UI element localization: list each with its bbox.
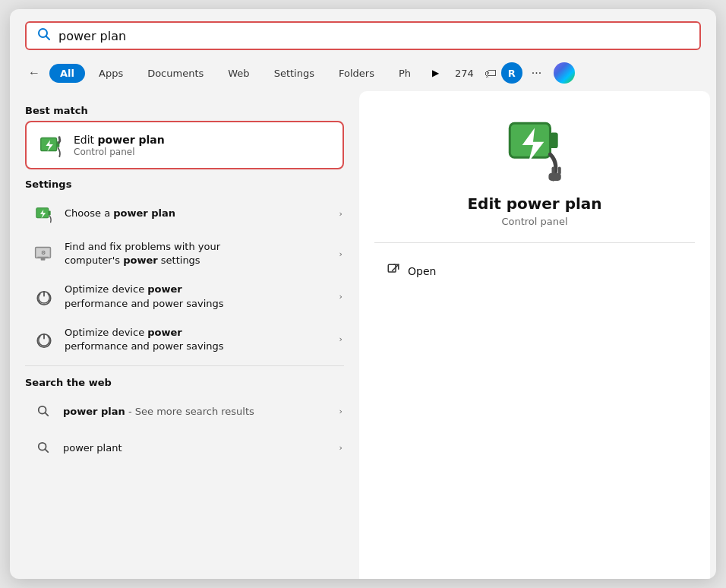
search-window: power plan ← All Apps Documents Web Sett… bbox=[10, 9, 716, 579]
best-match-title: Edit power plan bbox=[74, 134, 165, 146]
settings-item-optimize2[interactable]: Optimize device powerperformance and pow… bbox=[25, 318, 350, 361]
back-button[interactable]: ← bbox=[22, 61, 46, 85]
best-match-text: Edit power plan Control panel bbox=[74, 134, 165, 157]
web-item-power-plant-text: power plant bbox=[63, 442, 330, 454]
tab-documents[interactable]: Documents bbox=[137, 64, 214, 83]
svg-rect-27 bbox=[552, 167, 555, 175]
chevron-icon: › bbox=[339, 209, 342, 219]
svg-rect-12 bbox=[41, 258, 46, 261]
search-input[interactable]: power plan bbox=[58, 29, 689, 43]
tab-apps[interactable]: Apps bbox=[88, 64, 134, 83]
right-panel-subtitle: Control panel bbox=[501, 216, 567, 227]
divider bbox=[25, 365, 344, 366]
power-circle-icon-2 bbox=[33, 328, 55, 351]
best-match-item[interactable]: Edit power plan Control panel bbox=[25, 121, 344, 169]
chevron-icon-3: › bbox=[339, 292, 342, 302]
tab-settings[interactable]: Settings bbox=[264, 64, 325, 83]
web-search-icon-1 bbox=[33, 400, 54, 422]
chevron-icon-5: › bbox=[339, 406, 342, 416]
open-button[interactable]: Open bbox=[374, 255, 695, 287]
tab-row: ← All Apps Documents Web Settings Folder… bbox=[10, 58, 716, 91]
troubleshoot-icon: ⚙ bbox=[33, 242, 55, 265]
main-body: Best match bbox=[10, 91, 716, 579]
web-item-power-plan[interactable]: power plan - See more search results › bbox=[25, 393, 350, 429]
chevron-icon-2: › bbox=[339, 249, 342, 259]
svg-line-22 bbox=[45, 449, 48, 452]
svg-rect-24 bbox=[550, 133, 557, 148]
svg-rect-6 bbox=[58, 136, 61, 141]
right-icon-area bbox=[504, 114, 565, 185]
settings-item-choose-power[interactable]: Choose a power plan › bbox=[25, 194, 350, 232]
tab-all[interactable]: All bbox=[49, 64, 85, 83]
user-avatar[interactable]: R bbox=[501, 62, 522, 84]
search-icon bbox=[37, 27, 51, 44]
right-panel: Edit power plan Control panel Open bbox=[359, 91, 710, 579]
chevron-icon-6: › bbox=[339, 443, 342, 453]
search-bar-row: power plan bbox=[10, 9, 716, 58]
tab-ph[interactable]: Ph bbox=[388, 64, 421, 83]
svg-line-1 bbox=[46, 36, 50, 40]
settings-item-optimize2-text: Optimize device powerperformance and pow… bbox=[65, 326, 330, 353]
svg-line-20 bbox=[45, 413, 48, 416]
result-count: 274 bbox=[449, 64, 480, 83]
best-match-icon bbox=[37, 131, 65, 159]
more-button[interactable]: ··· bbox=[526, 63, 548, 83]
settings-item-find-fix-text: Find and fix problems with yourcomputer'… bbox=[65, 240, 330, 267]
best-match-label: Best match bbox=[25, 99, 359, 121]
svg-rect-28 bbox=[558, 167, 561, 175]
settings-item-optimize1-text: Optimize device powerperformance and pow… bbox=[65, 283, 330, 310]
power-plug-icon bbox=[33, 202, 55, 225]
right-panel-title: Edit power plan bbox=[467, 194, 601, 213]
settings-item-optimize1[interactable]: Optimize device powerperformance and pow… bbox=[25, 275, 350, 318]
web-item-power-plant[interactable]: power plant › bbox=[25, 429, 350, 466]
settings-label: Settings bbox=[25, 172, 359, 194]
left-panel: Best match bbox=[10, 91, 359, 579]
open-button-label: Open bbox=[408, 265, 436, 277]
play-button[interactable]: ▶ bbox=[425, 62, 446, 84]
svg-rect-8 bbox=[49, 210, 51, 215]
svg-text:⚙: ⚙ bbox=[41, 250, 46, 257]
settings-item-find-fix[interactable]: ⚙ Find and fix problems with yourcompute… bbox=[25, 232, 350, 275]
web-search-icon-2 bbox=[33, 437, 54, 458]
search-box[interactable]: power plan bbox=[25, 21, 701, 50]
settings-item-choose-power-text: Choose a power plan bbox=[65, 207, 330, 220]
open-icon bbox=[387, 263, 400, 280]
best-match-subtitle: Control panel bbox=[74, 147, 165, 157]
badge-icon: 🏷 bbox=[485, 66, 497, 81]
web-item-power-plan-text: power plan - See more search results bbox=[63, 406, 330, 417]
spark-icon[interactable] bbox=[554, 62, 575, 84]
tab-web[interactable]: Web bbox=[217, 64, 260, 83]
power-circle-icon-1 bbox=[33, 286, 55, 308]
chevron-icon-4: › bbox=[339, 334, 342, 344]
tab-folders[interactable]: Folders bbox=[328, 64, 385, 83]
right-panel-divider bbox=[374, 242, 695, 243]
web-search-label: Search the web bbox=[25, 371, 359, 393]
